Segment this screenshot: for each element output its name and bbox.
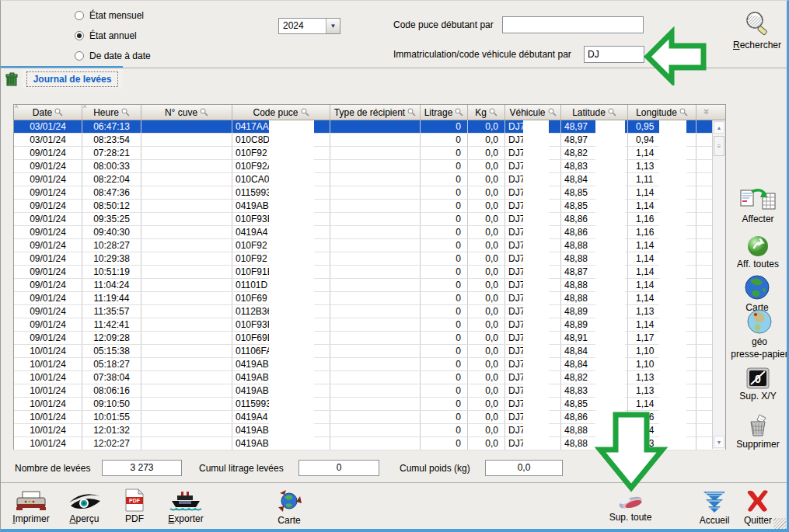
cell-kg: 0,0 — [468, 292, 505, 304]
immatriculation-label: Immatriculation/code véhicule débutant p… — [393, 49, 571, 60]
cell-cuve — [141, 147, 232, 159]
pdf-icon: PDF — [124, 489, 145, 512]
cell-cuve — [141, 160, 232, 172]
cell-heure: 12:02:27 — [82, 437, 141, 450]
affecter-button[interactable]: Affecter — [730, 187, 786, 224]
column-filter-icon[interactable] — [548, 108, 557, 116]
cell-date: 10/01/24 — [14, 345, 82, 357]
radio-icon — [75, 11, 84, 20]
column-header[interactable]: Litrage — [421, 105, 468, 120]
cell-heure: 08:00:33 — [82, 160, 141, 172]
column-header[interactable]: Longitude — [628, 105, 696, 120]
cell-type — [330, 134, 421, 146]
cumul-poids-value: 0,0 — [485, 460, 563, 476]
cell-type — [330, 371, 421, 384]
period-radio-group: État mensuel État annuel De date à date — [75, 9, 151, 63]
green-sphere-arrow-icon — [747, 235, 769, 257]
ship-icon — [167, 490, 204, 512]
eye-icon — [67, 490, 103, 512]
pdf-button[interactable]: PDF PDF — [119, 489, 150, 524]
chevron-down-icon[interactable]: ▼ — [326, 19, 340, 33]
cell-kg: 0,0 — [468, 120, 505, 133]
cell-litrage: 0 — [421, 266, 468, 278]
cell-cuve — [141, 345, 232, 357]
cell-kg: 0,0 — [468, 186, 505, 199]
cell-type — [330, 398, 421, 410]
column-header[interactable]: N° cuve — [141, 105, 232, 120]
cell-type — [330, 411, 421, 423]
home-triangles-icon — [700, 490, 728, 513]
radio-etat-annuel[interactable]: État annuel — [75, 29, 151, 43]
year-select-value: 2024 — [279, 19, 326, 33]
resize-grip[interactable] — [773, 518, 786, 529]
column-filter-icon[interactable] — [679, 108, 688, 116]
scroll-down-icon[interactable]: ▼ — [714, 436, 724, 448]
accueil-button[interactable]: Accueil — [693, 490, 736, 526]
sup-xy-button[interactable]: 0 Sup. X/Y — [730, 367, 786, 402]
app-window: État mensuel État annuel De date à date … — [0, 0, 789, 532]
column-header[interactable]: Kg — [468, 105, 505, 120]
column-options-icon[interactable]: » — [701, 109, 713, 114]
cell-cuve — [141, 305, 232, 318]
immatriculation-input[interactable] — [584, 46, 644, 63]
column-header[interactable]: Code puce — [232, 105, 330, 120]
cell-type — [330, 186, 421, 199]
cell-heure: 11:35:57 — [82, 305, 141, 318]
nombre-levees-value: 3 273 — [102, 460, 182, 476]
column-filter-icon[interactable] — [608, 108, 616, 116]
exporter-label: Exporter — [168, 513, 203, 524]
year-select[interactable]: 2024 ▼ — [278, 18, 340, 34]
carte-side-button[interactable]: Carte — [731, 274, 783, 313]
cell-date: 09/01/24 — [14, 332, 82, 344]
apercu-button[interactable]: Aperçu — [63, 490, 106, 524]
column-header[interactable]: Latitude — [561, 105, 628, 120]
scroll-up-icon[interactable]: ▲ — [714, 121, 724, 134]
column-filter-icon[interactable] — [54, 108, 63, 116]
exporter-button[interactable]: Exporter — [162, 490, 209, 524]
scroll-thumb[interactable]: ≡ — [714, 136, 724, 156]
cell-heure: 08:50:12 — [82, 200, 141, 212]
carte-toolbar-button[interactable]: Carte — [269, 489, 309, 526]
tab-journal-de-levees[interactable]: Journal de levées — [22, 69, 123, 89]
cell-date: 10/01/24 — [14, 398, 82, 410]
rechercher-button[interactable]: Rechercher — [730, 10, 784, 50]
code-puce-input[interactable] — [502, 16, 644, 33]
cell-date: 10/01/24 — [14, 411, 82, 423]
cell-type — [330, 173, 421, 186]
column-filter-icon[interactable] — [121, 108, 130, 116]
cell-heure: 08:06:16 — [82, 384, 141, 397]
cell-cuve — [141, 120, 232, 133]
column-header[interactable]: Date — [14, 105, 82, 120]
cell-cuve — [141, 266, 232, 278]
vertical-scrollbar[interactable]: ▲ ≡ ▼ — [712, 120, 725, 449]
cell-kg: 0,0 — [468, 305, 505, 318]
column-header[interactable]: Type de récipient — [330, 105, 421, 120]
column-header[interactable]: Véhicule — [505, 105, 561, 120]
cell-cuve — [141, 279, 232, 291]
cell-litrage: 0 — [421, 318, 468, 331]
aff-toutes-button[interactable]: Aff. toutes — [730, 235, 786, 269]
column-filter-icon[interactable] — [301, 108, 309, 116]
carte-geo-presse-papier-button[interactable]: géo presse-papier — [730, 308, 789, 360]
imprimer-button[interactable]: Imprimer — [7, 490, 55, 524]
column-filter-icon[interactable] — [455, 108, 463, 116]
cell-date: 10/01/24 — [14, 384, 82, 397]
quitter-button[interactable]: Quitter — [738, 489, 778, 526]
cell-date: 09/01/24 — [14, 305, 82, 318]
cell-litrage: 0 — [421, 371, 468, 384]
column-header[interactable]: Heure — [82, 105, 141, 120]
column-filter-icon[interactable] — [489, 108, 497, 116]
cell-litrage: 0 — [421, 252, 468, 265]
supprimer-button[interactable]: Supprimer — [730, 414, 786, 450]
cell-kg: 0,0 — [468, 226, 505, 238]
svg-text:PDF: PDF — [129, 498, 141, 503]
column-header-label: Latitude — [572, 107, 606, 118]
column-header-label: Longitude — [636, 107, 677, 118]
column-filter-icon[interactable] — [200, 108, 208, 116]
radio-etat-mensuel[interactable]: État mensuel — [75, 9, 151, 23]
sup-toute-button[interactable]: Sup. toute — [601, 495, 660, 523]
column-filter-icon[interactable] — [407, 108, 416, 116]
cell-type — [330, 384, 421, 397]
radio-de-date-a-date[interactable]: De date à date — [75, 49, 151, 63]
cell-type — [330, 305, 421, 318]
